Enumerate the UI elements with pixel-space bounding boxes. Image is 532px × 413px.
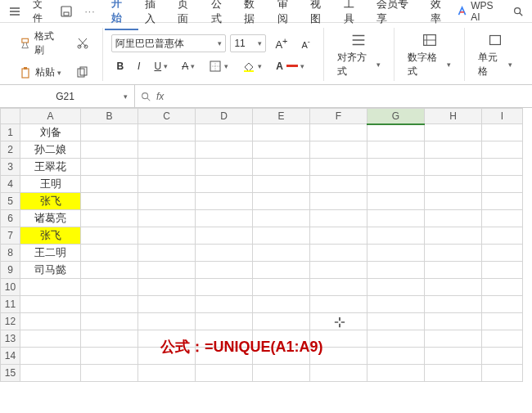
cell-I12[interactable] — [482, 313, 523, 330]
col-header-G[interactable]: G — [367, 109, 425, 124]
cell-D1[interactable] — [196, 124, 253, 141]
more-icon[interactable]: ··· — [79, 2, 100, 20]
cell-I13[interactable] — [482, 330, 523, 348]
cell-A6[interactable]: 诸葛亮 — [20, 210, 81, 227]
cell-I8[interactable] — [482, 245, 523, 262]
col-header-B[interactable]: B — [81, 109, 138, 124]
cell-B2[interactable] — [81, 141, 138, 159]
cell-H10[interactable] — [425, 279, 482, 296]
tab-formula[interactable]: 公式 — [205, 0, 238, 29]
decrease-font-icon[interactable]: A- — [296, 34, 314, 53]
cell-G6[interactable] — [367, 210, 425, 227]
search-icon[interactable] — [507, 2, 529, 20]
cell-C2[interactable] — [138, 141, 196, 159]
tab-page[interactable]: 页面 — [171, 0, 205, 29]
cell-C6[interactable] — [138, 210, 196, 227]
row-header-1[interactable]: 1 — [1, 124, 20, 141]
cell-C1[interactable] — [138, 124, 196, 141]
row-header-13[interactable]: 13 — [1, 330, 20, 348]
cell-G1[interactable] — [367, 124, 425, 141]
select-all-corner[interactable] — [1, 109, 20, 124]
file-menu[interactable]: 文件 — [28, 0, 53, 29]
font-name-select[interactable]: 阿里巴巴普惠体 ▾ — [111, 34, 226, 52]
cell-E11[interactable] — [253, 296, 310, 313]
cell-A1[interactable]: 刘备 — [20, 124, 81, 141]
cell-H9[interactable] — [425, 262, 482, 279]
cell-C10[interactable] — [138, 279, 196, 296]
col-header-E[interactable]: E — [253, 109, 310, 124]
cell-F8[interactable] — [310, 245, 367, 262]
cell-G4[interactable] — [367, 176, 425, 193]
cell-A8[interactable]: 王二明 — [20, 245, 81, 262]
cell-C12[interactable] — [138, 313, 196, 330]
row-header-5[interactable]: 5 — [1, 193, 20, 210]
cell-G13[interactable] — [367, 330, 425, 348]
cell-F15[interactable] — [310, 365, 367, 382]
font-color-button[interactable]: A▾ — [271, 57, 309, 75]
row-header-14[interactable]: 14 — [1, 348, 20, 365]
cell-B9[interactable] — [81, 262, 138, 279]
cell-A5[interactable]: 张飞 — [20, 193, 81, 210]
format-painter-button[interactable]: 格式刷 — [15, 26, 67, 61]
cell-F4[interactable] — [310, 176, 367, 193]
cell-D5[interactable] — [196, 193, 253, 210]
copy-icon[interactable] — [70, 63, 93, 83]
row-header-12[interactable]: 12 — [1, 313, 20, 330]
cell-H6[interactable] — [425, 210, 482, 227]
tab-insert[interactable]: 插入 — [138, 0, 172, 29]
cell-E10[interactable] — [253, 279, 310, 296]
cell-B7[interactable] — [81, 227, 138, 245]
cell-A7[interactable]: 张飞 — [20, 227, 81, 245]
name-box[interactable]: G21 ▾ — [0, 85, 135, 107]
cell-F2[interactable] — [310, 141, 367, 159]
cell-I7[interactable] — [482, 227, 523, 245]
spreadsheet-grid[interactable]: ABCDEFGHI1刘备2孙二娘3王翠花4王明5张飞6诸葛亮7张飞8王二明9司马… — [0, 108, 532, 413]
cell-C7[interactable] — [138, 227, 196, 245]
strikethrough-button[interactable]: A▾ — [177, 57, 200, 75]
row-header-3[interactable]: 3 — [1, 159, 20, 176]
cell-I1[interactable] — [482, 124, 523, 141]
cell-B8[interactable] — [81, 245, 138, 262]
cell-H14[interactable] — [425, 348, 482, 365]
tab-efficiency[interactable]: 效率 — [424, 0, 458, 29]
row-header-4[interactable]: 4 — [1, 176, 20, 193]
cell-E12[interactable] — [253, 313, 310, 330]
cell-A11[interactable] — [20, 296, 81, 313]
cell-B10[interactable] — [81, 279, 138, 296]
row-header-11[interactable]: 11 — [1, 296, 20, 313]
paste-button[interactable]: 粘贴 ▾ — [15, 62, 66, 83]
cell-E1[interactable] — [253, 124, 310, 141]
hamburger-icon[interactable] — [3, 2, 26, 21]
cells-button[interactable]: 单元格▾ — [473, 28, 517, 82]
cell-B13[interactable] — [81, 330, 138, 348]
cell-I11[interactable] — [482, 296, 523, 313]
tab-review[interactable]: 审阅 — [271, 0, 304, 29]
tab-view[interactable]: 视图 — [304, 0, 337, 29]
cell-G11[interactable] — [367, 296, 425, 313]
cell-B1[interactable] — [81, 124, 138, 141]
tab-member[interactable]: 会员专享 — [370, 0, 423, 29]
cell-I3[interactable] — [482, 159, 523, 176]
cell-I14[interactable] — [482, 348, 523, 365]
tab-data[interactable]: 数据 — [237, 0, 271, 29]
cell-G3[interactable] — [367, 159, 425, 176]
cell-G12[interactable] — [367, 313, 425, 330]
cell-D12[interactable] — [196, 313, 253, 330]
wps-ai-button[interactable]: WPS AI — [457, 0, 503, 23]
save-icon[interactable] — [55, 2, 78, 21]
cell-E6[interactable] — [253, 210, 310, 227]
cell-C4[interactable] — [138, 176, 196, 193]
row-header-2[interactable]: 2 — [1, 141, 20, 159]
cell-G9[interactable] — [367, 262, 425, 279]
cell-A4[interactable]: 王明 — [20, 176, 81, 193]
cut-icon[interactable] — [71, 34, 94, 53]
cell-D2[interactable] — [196, 141, 253, 159]
cell-I4[interactable] — [482, 176, 523, 193]
font-size-select[interactable]: 11 ▾ — [230, 34, 266, 52]
number-format-button[interactable]: 数字格式▾ — [403, 28, 456, 82]
cell-G5[interactable] — [367, 193, 425, 210]
cell-C5[interactable] — [138, 193, 196, 210]
cell-C3[interactable] — [138, 159, 196, 176]
cell-I2[interactable] — [482, 141, 523, 159]
cell-C8[interactable] — [138, 245, 196, 262]
